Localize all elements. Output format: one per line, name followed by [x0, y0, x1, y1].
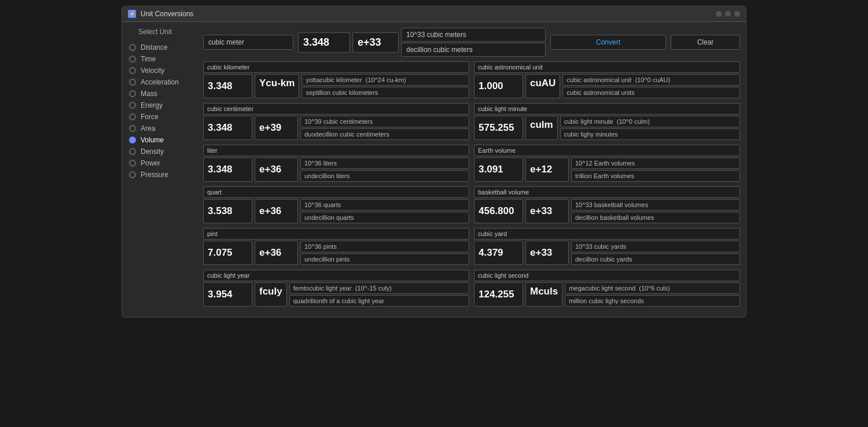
right-unit-val-3[interactable] [474, 199, 523, 223]
right-unit-word-5[interactable] [565, 295, 740, 307]
right-unit-word-4[interactable] [571, 253, 740, 265]
right-unit-sci-4[interactable] [571, 241, 740, 252]
sidebar-item-volume[interactable]: Volume [127, 134, 193, 146]
left-unit-select-2[interactable]: liter [203, 145, 469, 156]
sidebar-item-time[interactable]: Time [127, 53, 193, 65]
right-unit-select-4[interactable]: cubic yard [474, 228, 740, 240]
right-unit-val-4[interactable] [474, 241, 523, 265]
right-unit-block-2: Earth volume [474, 145, 740, 183]
left-unit-block-2: liter [203, 145, 469, 183]
close-button[interactable] [734, 11, 740, 17]
left-unit-sci-5[interactable] [289, 282, 469, 294]
clear-button[interactable]: Clear [671, 35, 740, 50]
right-unit-word-3[interactable] [571, 212, 740, 223]
sidebar-item-velocity[interactable]: Velocity [127, 65, 193, 76]
left-unit-sci-1[interactable] [300, 116, 469, 127]
right-unit-val-1[interactable] [474, 116, 523, 140]
app-window: ⚡ Unit Conversions Select Unit Distance … [122, 6, 746, 318]
right-unit-block-0: cubic astronomical unit cuAU [474, 61, 740, 100]
radio-acceleration [129, 79, 136, 86]
minimize-button[interactable] [716, 11, 722, 17]
right-unit-exp-3[interactable] [525, 199, 569, 223]
left-unit-word-0[interactable] [301, 87, 469, 98]
left-unit-label-0: Ycu-km [255, 74, 299, 98]
right-unit-select-1[interactable]: cubic light minute [474, 103, 740, 115]
left-unit-select-4[interactable]: pint [203, 228, 469, 240]
left-unit-sci-0[interactable] [301, 74, 469, 86]
sidebar-label-mass: Mass [141, 90, 157, 98]
sidebar-item-density[interactable]: Density [127, 146, 193, 157]
left-unit-word-1[interactable] [300, 128, 469, 140]
right-unit-sci-2[interactable] [571, 157, 740, 169]
sidebar-label-time: Time [141, 55, 156, 63]
left-unit-block-0: cubic kilometer Ycu-km [203, 61, 469, 100]
main-unit-select[interactable]: cubic meter [203, 35, 293, 50]
sidebar-label-power: Power [141, 159, 160, 167]
right-unit-word-0[interactable] [562, 87, 740, 98]
left-unit-select-5[interactable]: cubic light year [203, 270, 469, 281]
sidebar-label-energy: Energy [141, 101, 163, 109]
main-word-text[interactable] [401, 43, 546, 57]
right-unit-block-5: cubic light second Mculs [474, 270, 740, 308]
right-unit-select-3[interactable]: basketball volume [474, 186, 740, 198]
sidebar-item-pressure[interactable]: Pressure [127, 169, 193, 181]
left-unit-exp-1[interactable] [255, 116, 298, 140]
right-unit-val-5[interactable] [474, 282, 523, 307]
left-unit-val-2[interactable] [203, 157, 252, 182]
maximize-button[interactable] [725, 11, 731, 17]
sidebar-item-area[interactable]: Area [127, 123, 193, 134]
left-unit-exp-3[interactable] [255, 199, 298, 223]
right-unit-select-2[interactable]: Earth volume [474, 145, 740, 156]
right-unit-val-2[interactable] [474, 157, 523, 182]
radio-area [129, 125, 136, 132]
right-unit-word-2[interactable] [571, 170, 740, 182]
radio-volume [129, 137, 136, 143]
left-unit-exp-2[interactable] [255, 157, 298, 182]
left-unit-word-5[interactable] [289, 295, 469, 307]
left-unit-val-0[interactable] [203, 74, 252, 98]
left-unit-sci-4[interactable] [300, 241, 469, 252]
right-unit-sci-3[interactable] [571, 199, 740, 211]
radio-mass [129, 90, 136, 97]
sidebar-item-power[interactable]: Power [127, 157, 193, 169]
left-unit-word-3[interactable] [300, 212, 469, 223]
right-unit-block-3: basketball volume [474, 186, 740, 224]
radio-energy [129, 102, 136, 109]
convert-button[interactable]: Convert [550, 35, 666, 50]
sidebar-label-velocity: Velocity [141, 67, 164, 75]
main-sci-text[interactable] [401, 28, 546, 42]
right-unit-val-0[interactable] [474, 74, 523, 98]
left-unit-select-1[interactable]: cubic centimeter [203, 103, 469, 115]
sidebar-label-acceleration: Acceleration [141, 78, 179, 86]
radio-force [129, 113, 136, 120]
left-unit-val-4[interactable] [203, 241, 252, 265]
left-unit-val-1[interactable] [203, 116, 252, 140]
right-unit-word-1[interactable] [560, 128, 740, 140]
sidebar-item-mass[interactable]: Mass [127, 88, 193, 100]
sidebar-item-force[interactable]: Force [127, 111, 193, 123]
left-unit-exp-4[interactable] [255, 241, 298, 265]
main-content: Select Unit Distance Time Velocity Accel… [122, 22, 746, 317]
window-controls [716, 11, 740, 17]
left-unit-select-0[interactable]: cubic kilometer [203, 61, 469, 73]
left-unit-word-4[interactable] [300, 253, 469, 265]
sidebar-item-energy[interactable]: Energy [127, 100, 193, 111]
main-exp-input[interactable] [352, 32, 399, 53]
left-unit-word-2[interactable] [300, 170, 469, 182]
right-unit-select-5[interactable]: cubic light second [474, 270, 740, 281]
left-unit-sci-2[interactable] [300, 157, 469, 169]
right-unit-exp-4[interactable] [525, 241, 569, 265]
left-unit-label-5: fculy [255, 282, 287, 307]
left-unit-val-5[interactable] [203, 282, 252, 307]
right-unit-sci-1[interactable] [560, 116, 740, 127]
left-unit-select-3[interactable]: quart [203, 186, 469, 198]
right-unit-sci-5[interactable] [565, 282, 740, 294]
right-unit-sci-0[interactable] [562, 74, 740, 86]
right-unit-exp-2[interactable] [525, 157, 569, 182]
sidebar-item-acceleration[interactable]: Acceleration [127, 76, 193, 88]
left-unit-val-3[interactable] [203, 199, 252, 223]
left-unit-sci-3[interactable] [300, 199, 469, 211]
main-value-input[interactable] [298, 32, 350, 53]
right-unit-select-0[interactable]: cubic astronomical unit [474, 61, 740, 73]
sidebar-item-distance[interactable]: Distance [127, 42, 193, 53]
